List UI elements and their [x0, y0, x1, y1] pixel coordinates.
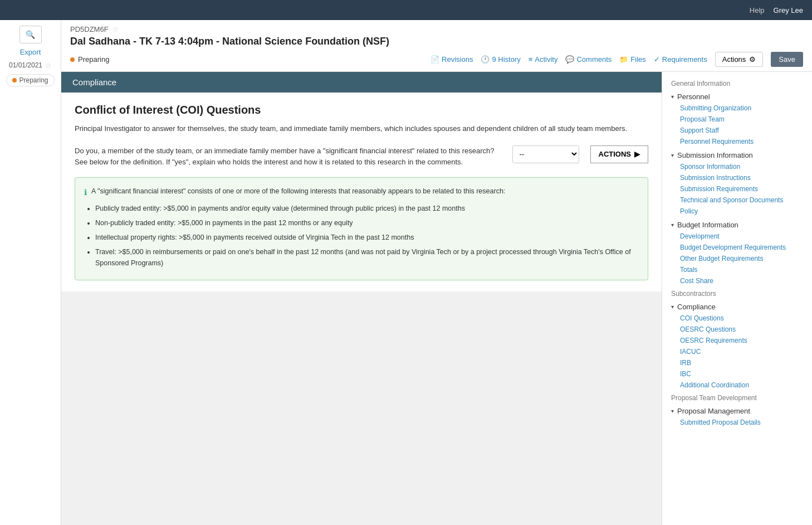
nav-item[interactable]: COI Questions — [662, 313, 812, 324]
nav-item[interactable]: Support Staff — [662, 125, 812, 136]
history-label: 9 History — [492, 55, 520, 64]
revisions-label: Revisions — [442, 55, 473, 64]
requirements-icon: ✓ — [654, 55, 660, 64]
actions-button[interactable]: Actions ⚙ — [715, 52, 764, 67]
question-row: Do you, a member of the study team, or a… — [75, 145, 648, 169]
nav-section-label: Subcontractors — [662, 288, 812, 300]
proposal-id-text: PD5DZM6F — [70, 25, 109, 33]
nav-group-header[interactable]: ▾Proposal Management — [662, 405, 812, 417]
activity-icon: ≡ — [529, 55, 533, 64]
nav-item[interactable]: Cost Share — [662, 275, 812, 286]
nav-section-label: Proposal Team Development — [662, 392, 812, 404]
nav-group-header[interactable]: ▾Personnel — [662, 91, 812, 103]
proposal-star-icon[interactable]: ☆ — [112, 25, 119, 33]
info-box-header-text: A "significant financial interest" consi… — [91, 186, 505, 198]
header-nav: 📄 Revisions 🕐 9 History ≡ Activity 💬 Com… — [431, 52, 803, 67]
caret-icon: ▾ — [671, 94, 674, 100]
comments-label: Comments — [576, 55, 612, 64]
nav-item[interactable]: OESRC Requirements — [662, 335, 812, 346]
nav-group: ▾Submission InformationSponsor Informati… — [662, 148, 812, 218]
help-link[interactable]: Help — [750, 6, 765, 14]
header-actions-row: Preparing 📄 Revisions 🕐 9 History ≡ Acti… — [70, 52, 803, 67]
nav-group: ▾Budget InformationDevelopmentBudget Dev… — [662, 218, 812, 288]
nav-item[interactable]: Additional Coordination — [662, 380, 812, 391]
nav-item[interactable]: Proposal Team — [662, 114, 812, 125]
nav-group-header[interactable]: ▾Budget Information — [662, 219, 812, 231]
caret-icon: ▾ — [671, 152, 674, 158]
right-nav: General Information▾PersonnelSubmitting … — [662, 72, 812, 525]
export-link[interactable]: Export — [20, 48, 41, 56]
compliance-header: Compliance — [61, 72, 662, 93]
nav-group: ▾PersonnelSubmitting OrganizationProposa… — [662, 90, 812, 148]
preparing-label: Preparing — [19, 76, 48, 84]
nav-group: ▾ComplianceCOI QuestionsOESRC QuestionsO… — [662, 300, 812, 392]
info-box-header-row: ℹ A "significant financial interest" con… — [84, 186, 639, 198]
caret-icon: ▾ — [671, 304, 674, 310]
activity-label: Activity — [535, 55, 557, 64]
requirements-link[interactable]: ✓ Requirements — [654, 55, 707, 64]
status-indicator: Preparing — [70, 55, 109, 64]
revisions-link[interactable]: 📄 Revisions — [431, 55, 473, 64]
actions-gear-icon: ⚙ — [749, 55, 756, 64]
search-icon: 🔍 — [26, 30, 35, 39]
status-dot — [12, 78, 17, 82]
caret-icon: ▾ — [671, 408, 674, 414]
coi-title: Conflict of Interest (COI) Questions — [75, 104, 648, 116]
nav-group-header[interactable]: ▾Compliance — [662, 301, 812, 313]
nav-item[interactable]: Personnel Requirements — [662, 136, 812, 147]
question-select-wrapper[interactable]: -- Yes No — [512, 145, 579, 163]
left-sidebar: 🔍 Export 01/01/2021 ☆ Preparing — [0, 20, 61, 525]
nav-item[interactable]: Submitting Organization — [662, 103, 812, 114]
nav-item[interactable]: Totals — [662, 264, 812, 275]
nav-item[interactable]: Sponsor Information — [662, 161, 812, 172]
comments-link[interactable]: 💬 Comments — [565, 55, 612, 64]
nav-section-label: General Information — [662, 77, 812, 90]
comments-icon: 💬 — [565, 55, 574, 64]
revisions-icon: 📄 — [431, 55, 439, 64]
date-value: 01/01/2021 — [9, 61, 42, 69]
history-link[interactable]: 🕐 9 History — [481, 55, 520, 64]
info-box: ℹ A "significant financial interest" con… — [75, 177, 648, 280]
top-bar: Help Grey Lee — [0, 0, 812, 20]
history-icon: 🕐 — [481, 55, 490, 64]
nav-item[interactable]: IACUC — [662, 346, 812, 357]
nav-item[interactable]: Policy — [662, 206, 812, 217]
list-item: Travel: >$5,000 in reimbursements or pai… — [95, 246, 639, 269]
nav-item[interactable]: Development — [662, 231, 812, 242]
activity-link[interactable]: ≡ Activity — [529, 55, 558, 64]
main-body: Compliance Conflict of Interest (COI) Qu… — [61, 72, 812, 525]
content-area: PD5DZM6F ☆ Dal Sadhana - TK 7-13 4:04pm … — [61, 20, 812, 525]
info-list: Publicly traded entity: >$5,000 in payme… — [95, 203, 639, 269]
nav-item[interactable]: Submission Requirements — [662, 183, 812, 195]
nav-item[interactable]: Submission Instructions — [662, 172, 812, 183]
question-text: Do you, a member of the study team, or a… — [75, 145, 501, 169]
date-star-icon[interactable]: ☆ — [45, 61, 52, 70]
nav-item[interactable]: IRB — [662, 357, 812, 368]
nav-item[interactable]: IBC — [662, 368, 812, 380]
proposal-id-row: PD5DZM6F ☆ — [70, 25, 803, 33]
status-dot-header — [70, 57, 75, 62]
coi-actions-button[interactable]: ACTIONS ▶ — [590, 145, 649, 163]
list-item: Intellectual property rights: >$5,000 in… — [95, 232, 639, 243]
nav-item[interactable]: OESRC Questions — [662, 324, 812, 335]
coi-description: Principal Investigator to answer for the… — [75, 123, 648, 134]
nav-item[interactable]: Technical and Sponsor Documents — [662, 195, 812, 206]
caret-icon: ▾ — [671, 222, 674, 228]
page-content: Compliance Conflict of Interest (COI) Qu… — [61, 72, 662, 525]
actions-label: Actions — [722, 55, 746, 64]
search-button[interactable]: 🔍 — [19, 26, 42, 43]
nav-item[interactable]: Submitted Proposal Details — [662, 417, 812, 428]
files-link[interactable]: 📁 Files — [619, 55, 645, 64]
preparing-badge: Preparing — [6, 74, 54, 86]
save-button[interactable]: Save — [771, 52, 803, 67]
question-select-input[interactable]: -- Yes No — [513, 147, 579, 161]
proposal-title: Dal Sadhana - TK 7-13 4:04pm - National … — [70, 36, 803, 47]
status-label: Preparing — [78, 55, 109, 64]
nav-group-header[interactable]: ▾Submission Information — [662, 149, 812, 161]
compliance-body: Conflict of Interest (COI) Questions Pri… — [61, 93, 662, 291]
files-label: Files — [630, 55, 645, 64]
files-icon: 📁 — [619, 55, 628, 64]
nav-item[interactable]: Other Budget Requirements — [662, 253, 812, 264]
page-header: PD5DZM6F ☆ Dal Sadhana - TK 7-13 4:04pm … — [61, 20, 812, 72]
nav-item[interactable]: Budget Development Requirements — [662, 242, 812, 253]
